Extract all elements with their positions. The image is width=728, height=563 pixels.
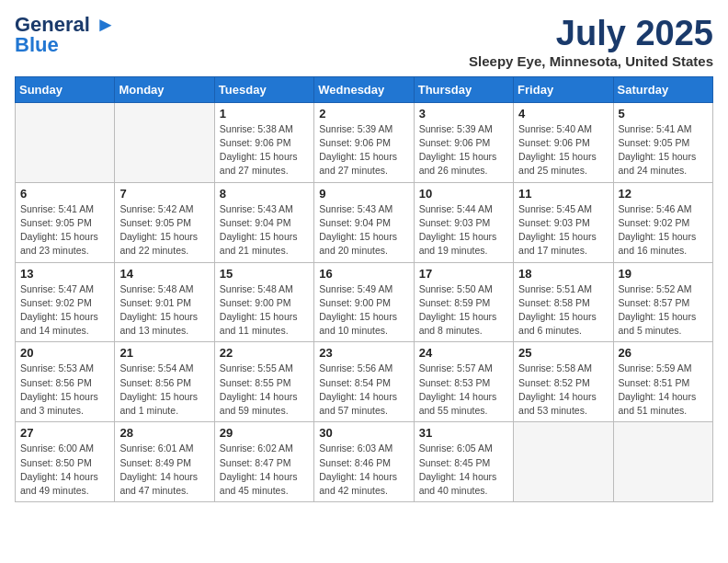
day-number: 24: [419, 346, 508, 360]
calendar-day-cell: 23Sunrise: 5:56 AM Sunset: 8:54 PM Dayli…: [314, 342, 414, 422]
logo-text: General ►: [15, 15, 116, 35]
day-number: 27: [20, 426, 109, 440]
day-info: Sunrise: 5:41 AM Sunset: 9:05 PM Dayligh…: [619, 122, 708, 178]
day-info: Sunrise: 5:38 AM Sunset: 9:06 PM Dayligh…: [220, 122, 309, 178]
weekday-header-monday: Monday: [115, 76, 214, 102]
calendar-day-cell: 28Sunrise: 6:01 AM Sunset: 8:49 PM Dayli…: [115, 422, 214, 502]
calendar-day-cell: [115, 102, 214, 182]
day-number: 26: [619, 346, 708, 360]
day-info: Sunrise: 5:58 AM Sunset: 8:52 PM Dayligh…: [518, 362, 608, 418]
logo: General ► Blue: [15, 15, 116, 57]
calendar-day-cell: 24Sunrise: 5:57 AM Sunset: 8:53 PM Dayli…: [414, 342, 513, 422]
day-info: Sunrise: 6:01 AM Sunset: 8:49 PM Dayligh…: [119, 442, 209, 498]
day-info: Sunrise: 5:42 AM Sunset: 9:05 PM Dayligh…: [119, 202, 209, 259]
calendar-day-cell: 21Sunrise: 5:54 AM Sunset: 8:56 PM Dayli…: [115, 342, 214, 422]
logo-blue: Blue: [15, 33, 59, 57]
day-info: Sunrise: 5:39 AM Sunset: 9:06 PM Dayligh…: [419, 122, 508, 178]
calendar-day-cell: 16Sunrise: 5:49 AM Sunset: 9:00 PM Dayli…: [314, 262, 414, 342]
calendar-day-cell: 19Sunrise: 5:52 AM Sunset: 8:57 PM Dayli…: [613, 262, 712, 342]
day-number: 28: [119, 426, 209, 440]
day-info: Sunrise: 5:59 AM Sunset: 8:51 PM Dayligh…: [619, 362, 708, 418]
calendar-day-cell: 5Sunrise: 5:41 AM Sunset: 9:05 PM Daylig…: [613, 102, 712, 182]
day-number: 5: [619, 107, 708, 121]
day-info: Sunrise: 5:51 AM Sunset: 8:58 PM Dayligh…: [518, 282, 608, 339]
calendar-day-cell: 18Sunrise: 5:51 AM Sunset: 8:58 PM Dayli…: [514, 262, 613, 342]
day-number: 29: [220, 426, 309, 440]
day-number: 22: [220, 346, 309, 360]
weekday-header-saturday: Saturday: [613, 76, 712, 102]
day-info: Sunrise: 5:40 AM Sunset: 9:06 PM Dayligh…: [518, 122, 608, 178]
month-title: July 2025: [469, 15, 713, 53]
day-number: 11: [518, 187, 608, 201]
calendar-day-cell: [613, 422, 712, 502]
calendar-week-2: 6Sunrise: 5:41 AM Sunset: 9:05 PM Daylig…: [16, 182, 713, 262]
calendar-day-cell: [514, 422, 613, 502]
day-info: Sunrise: 5:45 AM Sunset: 9:03 PM Dayligh…: [518, 202, 608, 259]
calendar-day-cell: 30Sunrise: 6:03 AM Sunset: 8:46 PM Dayli…: [314, 422, 414, 502]
day-number: 30: [319, 426, 408, 440]
day-number: 2: [319, 107, 408, 121]
calendar-day-cell: 22Sunrise: 5:55 AM Sunset: 8:55 PM Dayli…: [214, 342, 313, 422]
weekday-header-sunday: Sunday: [16, 76, 115, 102]
day-info: Sunrise: 5:48 AM Sunset: 9:00 PM Dayligh…: [220, 282, 309, 339]
day-info: Sunrise: 5:57 AM Sunset: 8:53 PM Dayligh…: [419, 362, 508, 418]
calendar-day-cell: 27Sunrise: 6:00 AM Sunset: 8:50 PM Dayli…: [16, 422, 115, 502]
calendar-week-1: 1Sunrise: 5:38 AM Sunset: 9:06 PM Daylig…: [16, 102, 713, 182]
calendar-day-cell: 17Sunrise: 5:50 AM Sunset: 8:59 PM Dayli…: [414, 262, 513, 342]
day-number: 14: [119, 267, 209, 281]
calendar-day-cell: 6Sunrise: 5:41 AM Sunset: 9:05 PM Daylig…: [16, 182, 115, 262]
day-info: Sunrise: 6:02 AM Sunset: 8:47 PM Dayligh…: [220, 442, 309, 498]
day-number: 8: [220, 187, 309, 201]
day-number: 1: [220, 107, 309, 121]
calendar-day-cell: 20Sunrise: 5:53 AM Sunset: 8:56 PM Dayli…: [16, 342, 115, 422]
weekday-header-wednesday: Wednesday: [314, 76, 414, 102]
day-info: Sunrise: 5:39 AM Sunset: 9:06 PM Dayligh…: [319, 122, 408, 178]
calendar-day-cell: 9Sunrise: 5:43 AM Sunset: 9:04 PM Daylig…: [314, 182, 414, 262]
day-number: 23: [319, 346, 408, 360]
calendar-day-cell: 11Sunrise: 5:45 AM Sunset: 9:03 PM Dayli…: [514, 182, 613, 262]
day-number: 16: [319, 267, 408, 281]
day-info: Sunrise: 5:53 AM Sunset: 8:56 PM Dayligh…: [20, 362, 109, 418]
day-info: Sunrise: 6:03 AM Sunset: 8:46 PM Dayligh…: [319, 442, 408, 498]
location-text: Sleepy Eye, Minnesota, United States: [469, 53, 713, 69]
day-number: 21: [119, 346, 209, 360]
weekday-header-tuesday: Tuesday: [214, 76, 313, 102]
calendar-day-cell: 10Sunrise: 5:44 AM Sunset: 9:03 PM Dayli…: [414, 182, 513, 262]
calendar-day-cell: 12Sunrise: 5:46 AM Sunset: 9:02 PM Dayli…: [613, 182, 712, 262]
calendar-day-cell: 3Sunrise: 5:39 AM Sunset: 9:06 PM Daylig…: [414, 102, 513, 182]
day-number: 18: [518, 267, 608, 281]
day-info: Sunrise: 5:47 AM Sunset: 9:02 PM Dayligh…: [20, 282, 109, 339]
calendar-day-cell: 26Sunrise: 5:59 AM Sunset: 8:51 PM Dayli…: [613, 342, 712, 422]
day-info: Sunrise: 5:43 AM Sunset: 9:04 PM Dayligh…: [319, 202, 408, 259]
calendar-day-cell: 14Sunrise: 5:48 AM Sunset: 9:01 PM Dayli…: [115, 262, 214, 342]
title-area: July 2025 Sleepy Eye, Minnesota, United …: [469, 15, 713, 69]
day-info: Sunrise: 5:41 AM Sunset: 9:05 PM Dayligh…: [20, 202, 109, 259]
weekday-header-friday: Friday: [514, 76, 613, 102]
calendar-week-5: 27Sunrise: 6:00 AM Sunset: 8:50 PM Dayli…: [16, 422, 713, 502]
day-info: Sunrise: 5:46 AM Sunset: 9:02 PM Dayligh…: [619, 202, 708, 259]
weekday-header-row: SundayMondayTuesdayWednesdayThursdayFrid…: [16, 76, 713, 102]
day-info: Sunrise: 5:56 AM Sunset: 8:54 PM Dayligh…: [319, 362, 408, 418]
day-number: 13: [20, 267, 109, 281]
calendar-day-cell: 31Sunrise: 6:05 AM Sunset: 8:45 PM Dayli…: [414, 422, 513, 502]
day-number: 7: [119, 187, 209, 201]
day-info: Sunrise: 6:05 AM Sunset: 8:45 PM Dayligh…: [419, 442, 508, 498]
day-number: 15: [220, 267, 309, 281]
calendar-week-4: 20Sunrise: 5:53 AM Sunset: 8:56 PM Dayli…: [16, 342, 713, 422]
calendar-day-cell: [16, 102, 115, 182]
day-info: Sunrise: 5:48 AM Sunset: 9:01 PM Dayligh…: [119, 282, 209, 339]
day-number: 10: [419, 187, 508, 201]
day-number: 19: [619, 267, 708, 281]
day-info: Sunrise: 5:44 AM Sunset: 9:03 PM Dayligh…: [419, 202, 508, 259]
calendar-day-cell: 25Sunrise: 5:58 AM Sunset: 8:52 PM Dayli…: [514, 342, 613, 422]
calendar-day-cell: 29Sunrise: 6:02 AM Sunset: 8:47 PM Dayli…: [214, 422, 313, 502]
calendar-day-cell: 8Sunrise: 5:43 AM Sunset: 9:04 PM Daylig…: [214, 182, 313, 262]
day-info: Sunrise: 5:49 AM Sunset: 9:00 PM Dayligh…: [319, 282, 408, 339]
day-number: 6: [20, 187, 109, 201]
day-number: 3: [419, 107, 508, 121]
calendar-day-cell: 1Sunrise: 5:38 AM Sunset: 9:06 PM Daylig…: [214, 102, 313, 182]
day-number: 4: [518, 107, 608, 121]
calendar-day-cell: 15Sunrise: 5:48 AM Sunset: 9:00 PM Dayli…: [214, 262, 313, 342]
day-info: Sunrise: 6:00 AM Sunset: 8:50 PM Dayligh…: [20, 442, 109, 498]
day-info: Sunrise: 5:54 AM Sunset: 8:56 PM Dayligh…: [119, 362, 209, 418]
